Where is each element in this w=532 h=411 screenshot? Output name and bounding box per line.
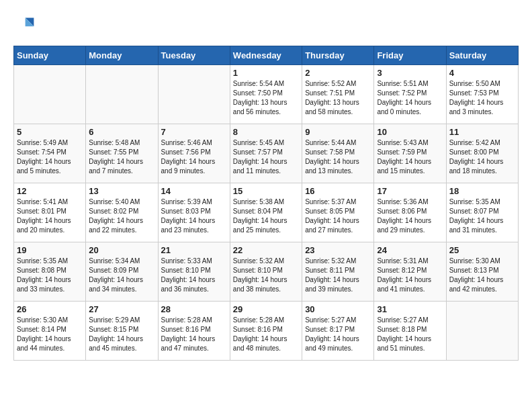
calendar-day bbox=[446, 302, 518, 361]
calendar-day: 13Sunrise: 5:40 AM Sunset: 8:02 PM Dayli… bbox=[86, 183, 158, 242]
day-number: 27 bbox=[89, 304, 154, 314]
day-number: 23 bbox=[305, 245, 371, 255]
calendar-day: 9Sunrise: 5:44 AM Sunset: 7:58 PM Daylig… bbox=[302, 124, 374, 183]
day-number: 24 bbox=[377, 245, 443, 255]
day-number: 10 bbox=[377, 127, 443, 137]
calendar-day: 6Sunrise: 5:48 AM Sunset: 7:55 PM Daylig… bbox=[86, 124, 158, 183]
day-number: 18 bbox=[449, 186, 515, 196]
header-wednesday: Wednesday bbox=[230, 46, 302, 65]
day-info: Sunrise: 5:40 AM Sunset: 8:02 PM Dayligh… bbox=[89, 197, 154, 235]
day-info: Sunrise: 5:35 AM Sunset: 8:08 PM Dayligh… bbox=[17, 257, 83, 294]
calendar-day: 2Sunrise: 5:52 AM Sunset: 7:51 PM Daylig… bbox=[302, 65, 374, 124]
calendar-day: 7Sunrise: 5:46 AM Sunset: 7:56 PM Daylig… bbox=[158, 124, 230, 183]
day-number: 29 bbox=[233, 304, 299, 314]
day-number: 13 bbox=[89, 186, 154, 196]
day-number: 19 bbox=[17, 245, 83, 255]
day-number: 6 bbox=[89, 127, 154, 137]
day-number: 7 bbox=[161, 127, 227, 137]
header-saturday: Saturday bbox=[446, 46, 518, 65]
day-info: Sunrise: 5:38 AM Sunset: 8:04 PM Dayligh… bbox=[233, 197, 299, 235]
calendar-day: 27Sunrise: 5:29 AM Sunset: 8:15 PM Dayli… bbox=[86, 302, 158, 361]
header-sunday: Sunday bbox=[14, 46, 86, 65]
header-thursday: Thursday bbox=[302, 46, 374, 65]
day-info: Sunrise: 5:27 AM Sunset: 8:18 PM Dayligh… bbox=[377, 316, 443, 353]
calendar-day: 18Sunrise: 5:35 AM Sunset: 8:07 PM Dayli… bbox=[446, 183, 518, 242]
day-number: 26 bbox=[17, 304, 83, 314]
day-number: 21 bbox=[161, 245, 227, 255]
day-number: 8 bbox=[233, 127, 299, 137]
day-info: Sunrise: 5:43 AM Sunset: 7:59 PM Dayligh… bbox=[377, 138, 443, 176]
calendar-week-row: 12Sunrise: 5:41 AM Sunset: 8:01 PM Dayli… bbox=[14, 183, 519, 242]
calendar-table: SundayMondayTuesdayWednesdayThursdayFrid… bbox=[13, 46, 519, 361]
day-info: Sunrise: 5:29 AM Sunset: 8:15 PM Dayligh… bbox=[89, 316, 154, 353]
day-info: Sunrise: 5:36 AM Sunset: 8:06 PM Dayligh… bbox=[377, 197, 443, 235]
calendar-day: 23Sunrise: 5:32 AM Sunset: 8:11 PM Dayli… bbox=[302, 242, 374, 302]
day-info: Sunrise: 5:31 AM Sunset: 8:12 PM Dayligh… bbox=[377, 257, 443, 294]
calendar-day: 31Sunrise: 5:27 AM Sunset: 8:18 PM Dayli… bbox=[374, 302, 446, 361]
day-number: 9 bbox=[305, 127, 371, 137]
calendar-day: 14Sunrise: 5:39 AM Sunset: 8:03 PM Dayli… bbox=[158, 183, 230, 242]
day-number: 22 bbox=[233, 245, 299, 255]
calendar-week-row: 19Sunrise: 5:35 AM Sunset: 8:08 PM Dayli… bbox=[14, 242, 519, 302]
calendar-day: 19Sunrise: 5:35 AM Sunset: 8:08 PM Dayli… bbox=[14, 242, 86, 302]
calendar-day: 26Sunrise: 5:30 AM Sunset: 8:14 PM Dayli… bbox=[14, 302, 86, 361]
calendar-day: 22Sunrise: 5:32 AM Sunset: 8:10 PM Dayli… bbox=[230, 242, 302, 302]
day-info: Sunrise: 5:34 AM Sunset: 8:09 PM Dayligh… bbox=[89, 257, 154, 294]
day-info: Sunrise: 5:32 AM Sunset: 8:10 PM Dayligh… bbox=[233, 257, 299, 294]
day-number: 4 bbox=[449, 68, 515, 78]
calendar-day: 30Sunrise: 5:27 AM Sunset: 8:17 PM Dayli… bbox=[302, 302, 374, 361]
day-number: 20 bbox=[89, 245, 154, 255]
header-friday: Friday bbox=[374, 46, 446, 65]
day-number: 31 bbox=[377, 304, 443, 314]
day-info: Sunrise: 5:37 AM Sunset: 8:05 PM Dayligh… bbox=[305, 197, 371, 235]
day-info: Sunrise: 5:45 AM Sunset: 7:57 PM Dayligh… bbox=[233, 138, 299, 176]
page-header bbox=[13, 13, 519, 35]
calendar-day: 20Sunrise: 5:34 AM Sunset: 8:09 PM Dayli… bbox=[86, 242, 158, 302]
day-info: Sunrise: 5:51 AM Sunset: 7:52 PM Dayligh… bbox=[377, 79, 443, 117]
header-tuesday: Tuesday bbox=[158, 46, 230, 65]
day-info: Sunrise: 5:33 AM Sunset: 8:10 PM Dayligh… bbox=[161, 257, 227, 294]
day-info: Sunrise: 5:39 AM Sunset: 8:03 PM Dayligh… bbox=[161, 197, 227, 235]
day-number: 15 bbox=[233, 186, 299, 196]
day-number: 28 bbox=[161, 304, 227, 314]
day-info: Sunrise: 5:32 AM Sunset: 8:11 PM Dayligh… bbox=[305, 257, 371, 294]
calendar-day: 10Sunrise: 5:43 AM Sunset: 7:59 PM Dayli… bbox=[374, 124, 446, 183]
day-info: Sunrise: 5:42 AM Sunset: 8:00 PM Dayligh… bbox=[449, 138, 515, 176]
calendar-day: 17Sunrise: 5:36 AM Sunset: 8:06 PM Dayli… bbox=[374, 183, 446, 242]
calendar-day: 8Sunrise: 5:45 AM Sunset: 7:57 PM Daylig… bbox=[230, 124, 302, 183]
calendar-day bbox=[86, 65, 158, 124]
day-info: Sunrise: 5:28 AM Sunset: 8:16 PM Dayligh… bbox=[161, 316, 227, 353]
calendar-day: 12Sunrise: 5:41 AM Sunset: 8:01 PM Dayli… bbox=[14, 183, 86, 242]
calendar-day: 1Sunrise: 5:54 AM Sunset: 7:50 PM Daylig… bbox=[230, 65, 302, 124]
day-number: 17 bbox=[377, 186, 443, 196]
day-number: 2 bbox=[305, 68, 371, 78]
day-info: Sunrise: 5:49 AM Sunset: 7:54 PM Dayligh… bbox=[17, 138, 83, 176]
calendar-day: 25Sunrise: 5:30 AM Sunset: 8:13 PM Dayli… bbox=[446, 242, 518, 302]
day-number: 5 bbox=[17, 127, 83, 137]
day-number: 1 bbox=[233, 68, 299, 78]
logo bbox=[13, 13, 38, 35]
day-info: Sunrise: 5:50 AM Sunset: 7:53 PM Dayligh… bbox=[449, 79, 515, 117]
calendar-day: 16Sunrise: 5:37 AM Sunset: 8:05 PM Dayli… bbox=[302, 183, 374, 242]
calendar-day: 24Sunrise: 5:31 AM Sunset: 8:12 PM Dayli… bbox=[374, 242, 446, 302]
calendar-week-row: 26Sunrise: 5:30 AM Sunset: 8:14 PM Dayli… bbox=[14, 302, 519, 361]
day-info: Sunrise: 5:35 AM Sunset: 8:07 PM Dayligh… bbox=[449, 197, 515, 235]
calendar-day bbox=[14, 65, 86, 124]
day-info: Sunrise: 5:54 AM Sunset: 7:50 PM Dayligh… bbox=[233, 79, 299, 117]
calendar-day: 28Sunrise: 5:28 AM Sunset: 8:16 PM Dayli… bbox=[158, 302, 230, 361]
day-number: 12 bbox=[17, 186, 83, 196]
day-number: 30 bbox=[305, 304, 371, 314]
calendar-day: 11Sunrise: 5:42 AM Sunset: 8:00 PM Dayli… bbox=[446, 124, 518, 183]
day-number: 14 bbox=[161, 186, 227, 196]
day-number: 11 bbox=[449, 127, 515, 137]
day-info: Sunrise: 5:30 AM Sunset: 8:13 PM Dayligh… bbox=[449, 257, 515, 294]
day-info: Sunrise: 5:28 AM Sunset: 8:16 PM Dayligh… bbox=[233, 316, 299, 353]
day-number: 3 bbox=[377, 68, 443, 78]
day-info: Sunrise: 5:52 AM Sunset: 7:51 PM Dayligh… bbox=[305, 79, 371, 117]
calendar-header-row: SundayMondayTuesdayWednesdayThursdayFrid… bbox=[14, 46, 519, 65]
calendar-day bbox=[158, 65, 230, 124]
calendar-week-row: 5Sunrise: 5:49 AM Sunset: 7:54 PM Daylig… bbox=[14, 124, 519, 183]
day-info: Sunrise: 5:41 AM Sunset: 8:01 PM Dayligh… bbox=[17, 197, 83, 235]
calendar-day: 15Sunrise: 5:38 AM Sunset: 8:04 PM Dayli… bbox=[230, 183, 302, 242]
calendar-day: 3Sunrise: 5:51 AM Sunset: 7:52 PM Daylig… bbox=[374, 65, 446, 124]
